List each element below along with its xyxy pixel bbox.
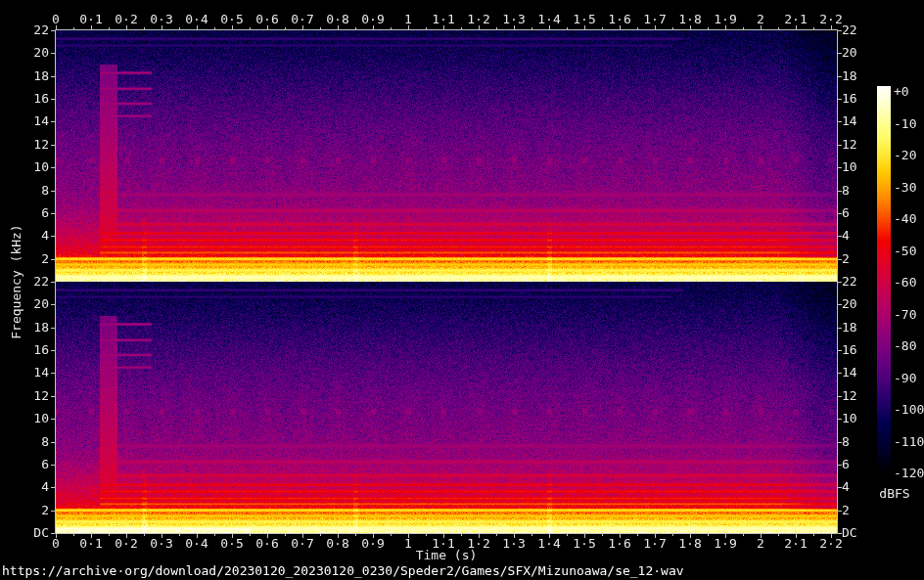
time-tick-label: 0·4 bbox=[185, 13, 208, 26]
time-tick-label: 1·3 bbox=[502, 13, 525, 26]
freq-tick-label: 6 bbox=[842, 458, 850, 471]
dbfs-tick-label: +0 bbox=[894, 85, 909, 99]
freq-tick-label: 6 bbox=[12, 206, 49, 220]
time-tick-label: 0·2 bbox=[115, 13, 137, 26]
time-tick-label: 1·9 bbox=[714, 13, 736, 26]
freq-tick-label: 22 bbox=[842, 275, 857, 289]
freq-tick-label: 18 bbox=[12, 69, 49, 83]
dbfs-tick-label: -100 bbox=[894, 403, 924, 417]
time-tick-label: 2 bbox=[757, 537, 764, 551]
freq-tick-label: 14 bbox=[842, 114, 857, 128]
dbfs-tick-label: -90 bbox=[894, 372, 916, 385]
freq-tick-label: 12 bbox=[842, 138, 857, 152]
freq-tick-label: 12 bbox=[12, 389, 49, 403]
time-tick-label: 1·7 bbox=[643, 13, 666, 26]
dbfs-tick-label: -20 bbox=[894, 149, 916, 162]
freq-tick-label: 16 bbox=[842, 92, 857, 106]
time-tick-label: 0·7 bbox=[291, 13, 313, 26]
dbfs-tick-label: -60 bbox=[894, 276, 916, 290]
dbfs-tick-label: -40 bbox=[894, 212, 916, 226]
time-tick-label: 0·2 bbox=[115, 537, 137, 551]
time-tick-label: 1·8 bbox=[678, 13, 701, 26]
freq-tick-label: 16 bbox=[12, 92, 49, 106]
freq-tick-label: 16 bbox=[842, 343, 857, 357]
time-tick-label: 1·2 bbox=[467, 13, 489, 26]
time-tick-label: 0·1 bbox=[79, 13, 102, 26]
freq-tick-label: 16 bbox=[12, 343, 49, 357]
freq-tick-label: 22 bbox=[12, 23, 49, 37]
time-tick-label: 1·1 bbox=[432, 13, 454, 26]
time-tick-label: 0·9 bbox=[361, 537, 384, 551]
time-tick-label: 1·9 bbox=[714, 537, 736, 551]
freq-tick-label: 22 bbox=[842, 23, 857, 37]
time-tick-label: 0 bbox=[52, 13, 60, 26]
axes-frame bbox=[0, 0, 924, 580]
freq-tick-label: 4 bbox=[12, 480, 49, 494]
time-tick-label: 1·4 bbox=[537, 537, 560, 551]
freq-tick-label: 4 bbox=[842, 480, 850, 494]
time-tick-label: 1·6 bbox=[608, 537, 630, 551]
spectrogram-screen: 00·10·20·30·40·50·60·70·80·911·11·21·31·… bbox=[0, 0, 924, 580]
time-tick-label: 1·7 bbox=[643, 537, 666, 551]
y-axis-title: Frequency (kHz) bbox=[10, 224, 23, 338]
freq-tick-label: 20 bbox=[12, 46, 49, 60]
source-url: https://archive·org/download/20230120_20… bbox=[2, 564, 684, 578]
time-tick-label: 1·4 bbox=[537, 13, 560, 26]
time-tick-label: 1·6 bbox=[608, 13, 630, 26]
time-tick-label: 0·7 bbox=[291, 537, 313, 551]
dbfs-tick-label: -10 bbox=[894, 117, 916, 131]
dbfs-tick-label: -110 bbox=[894, 435, 924, 449]
freq-tick-label: 2 bbox=[12, 504, 49, 517]
time-tick-label: 0·6 bbox=[255, 13, 278, 26]
freq-tick-label: 2 bbox=[842, 504, 850, 517]
time-tick-label: 0·6 bbox=[255, 537, 278, 551]
time-tick-label: 0·4 bbox=[185, 537, 208, 551]
colorbar-gradient bbox=[877, 86, 891, 473]
freq-tick-label: 12 bbox=[12, 138, 49, 152]
time-tick-label: 1 bbox=[404, 13, 412, 26]
freq-tick-label: 6 bbox=[12, 458, 49, 471]
time-tick-label: 0·5 bbox=[220, 537, 243, 551]
freq-tick-label: 8 bbox=[12, 435, 49, 449]
time-tick-label: 0·1 bbox=[79, 537, 102, 551]
time-tick-label: 0·3 bbox=[150, 13, 172, 26]
freq-tick-label: 20 bbox=[842, 46, 857, 60]
freq-tick-label: 18 bbox=[842, 321, 857, 335]
freq-tick-label: 8 bbox=[12, 184, 49, 198]
dbfs-tick-label: -80 bbox=[894, 339, 916, 353]
time-tick-label: 2·1 bbox=[784, 13, 807, 26]
freq-tick-label: 14 bbox=[12, 366, 49, 379]
freq-tick-label: 6 bbox=[842, 206, 850, 220]
x-axis-title: Time (s) bbox=[416, 549, 478, 562]
time-tick-label: 0·8 bbox=[326, 537, 348, 551]
time-tick-label: 2·1 bbox=[784, 537, 807, 551]
time-tick-label: 1 bbox=[404, 537, 412, 551]
time-tick-label: 1·8 bbox=[678, 537, 701, 551]
time-tick-label: 0 bbox=[52, 537, 60, 551]
freq-tick-label: 8 bbox=[842, 184, 850, 198]
time-tick-label: 1·5 bbox=[573, 537, 595, 551]
freq-tick-label: 10 bbox=[12, 160, 49, 174]
freq-tick-label: 10 bbox=[12, 412, 49, 425]
time-tick-label: 2·2 bbox=[819, 13, 842, 26]
freq-dc-label: DC bbox=[12, 526, 49, 540]
colorbar-unit-label: dBFS bbox=[877, 487, 912, 501]
freq-tick-label: 20 bbox=[842, 297, 857, 311]
time-tick-label: 2 bbox=[757, 13, 764, 26]
dbfs-tick-label: -30 bbox=[894, 181, 916, 195]
time-tick-label: 1·5 bbox=[573, 13, 595, 26]
time-tick-label: 0·5 bbox=[220, 13, 243, 26]
dbfs-tick-label: -50 bbox=[894, 245, 916, 258]
freq-tick-label: 18 bbox=[842, 69, 857, 83]
freq-tick-label: 12 bbox=[842, 389, 857, 403]
freq-tick-label: 8 bbox=[842, 435, 850, 449]
time-tick-label: 0·3 bbox=[150, 537, 172, 551]
freq-tick-label: 4 bbox=[842, 229, 850, 243]
dbfs-tick-label: -120 bbox=[894, 467, 924, 480]
dbfs-tick-label: -70 bbox=[894, 308, 916, 322]
time-tick-label: 1·3 bbox=[502, 537, 525, 551]
freq-tick-label: 2 bbox=[842, 252, 850, 266]
time-tick-label: 0·9 bbox=[361, 13, 384, 26]
freq-tick-label: 10 bbox=[842, 160, 857, 174]
freq-tick-label: 10 bbox=[842, 412, 857, 425]
